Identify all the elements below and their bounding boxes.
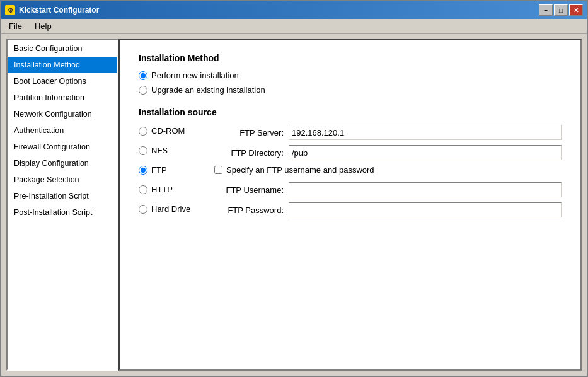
source-right: FTP Server: FTP Directory: Specify an FT… bbox=[214, 125, 562, 223]
specify-credentials-checkbox[interactable] bbox=[214, 166, 222, 174]
nfs-radio[interactable] bbox=[139, 146, 147, 155]
ftp-directory-input[interactable] bbox=[289, 145, 562, 160]
sidebar-item-display-configuration[interactable]: Display Configuration bbox=[8, 155, 117, 171]
app-icon: ⚙ bbox=[5, 5, 15, 15]
nfs-radio-group: NFS bbox=[139, 146, 214, 155]
http-radio-group: HTTP bbox=[139, 185, 214, 194]
ftp-label[interactable]: FTP bbox=[151, 165, 167, 175]
cdrom-radio-group: CD-ROM bbox=[139, 126, 214, 136]
ftp-password-row: FTP Password: bbox=[214, 202, 562, 218]
title-bar: ⚙ Kickstart Configurator – □ ✕ bbox=[1, 1, 587, 19]
menubar: File Help bbox=[1, 19, 587, 34]
ftp-password-label: FTP Password: bbox=[214, 206, 284, 215]
cdrom-radio[interactable] bbox=[139, 127, 147, 136]
sidebar-item-firewall-configuration[interactable]: Firewall Configuration bbox=[8, 139, 117, 155]
installation-source-title: Installation source bbox=[139, 107, 562, 117]
upgrade-installation-radio[interactable] bbox=[139, 86, 147, 95]
ftp-password-input[interactable] bbox=[289, 202, 562, 218]
sidebar: Basic Configuration Installation Method … bbox=[6, 39, 118, 371]
sidebar-item-authentication[interactable]: Authentication bbox=[8, 122, 117, 139]
sidebar-item-post-installation-script[interactable]: Post-Installation Script bbox=[8, 204, 117, 221]
http-radio[interactable] bbox=[139, 185, 147, 194]
close-button[interactable]: ✕ bbox=[569, 4, 583, 16]
ftp-server-label: FTP Server: bbox=[214, 128, 284, 137]
file-menu[interactable]: File bbox=[4, 20, 27, 32]
new-installation-label[interactable]: Perform new installation bbox=[151, 71, 239, 80]
ftp-directory-row: FTP Directory: bbox=[214, 145, 562, 160]
ftp-username-input[interactable] bbox=[289, 182, 562, 197]
main-panel: Installation Method Perform new installa… bbox=[118, 39, 582, 371]
content-area: Basic Configuration Installation Method … bbox=[6, 39, 582, 371]
help-menu[interactable]: Help bbox=[30, 20, 57, 32]
sidebar-item-package-selection[interactable]: Package Selection bbox=[8, 171, 117, 188]
installation-method-title: Installation Method bbox=[139, 53, 562, 63]
sidebar-item-partition-information[interactable]: Partition Information bbox=[8, 90, 117, 106]
sidebar-item-installation-method[interactable]: Installation Method bbox=[8, 57, 117, 73]
ftp-directory-label: FTP Directory: bbox=[214, 148, 284, 158]
ftp-username-label: FTP Username: bbox=[214, 185, 284, 195]
sidebar-item-network-configuration[interactable]: Network Configuration bbox=[8, 106, 117, 122]
new-installation-radio[interactable] bbox=[139, 71, 147, 80]
sidebar-item-pre-installation-script[interactable]: Pre-Installation Script bbox=[8, 188, 117, 204]
ftp-radio-group: FTP bbox=[139, 165, 214, 175]
ftp-server-input[interactable] bbox=[289, 125, 562, 140]
title-bar-left: ⚙ Kickstart Configurator bbox=[5, 5, 99, 15]
specify-credentials-row: Specify an FTP username and password bbox=[214, 165, 562, 175]
main-window: ⚙ Kickstart Configurator – □ ✕ File Help… bbox=[0, 0, 588, 377]
hard-drive-radio-group: Hard Drive bbox=[139, 204, 214, 214]
installation-source-section: Installation source CD-ROM NFS bbox=[139, 107, 562, 223]
hard-drive-radio[interactable] bbox=[139, 205, 147, 214]
sidebar-item-basic-configuration[interactable]: Basic Configuration bbox=[8, 40, 117, 57]
window-title: Kickstart Configurator bbox=[19, 6, 99, 14]
cdrom-label[interactable]: CD-ROM bbox=[151, 126, 185, 136]
http-label[interactable]: HTTP bbox=[151, 185, 173, 194]
title-controls: – □ ✕ bbox=[539, 4, 583, 16]
upgrade-installation-label[interactable]: Upgrade an existing installation bbox=[151, 85, 265, 95]
source-layout: CD-ROM NFS FTP HTTP bbox=[139, 125, 562, 223]
ftp-username-row: FTP Username: bbox=[214, 182, 562, 197]
new-installation-radio-group: Perform new installation bbox=[139, 71, 562, 80]
ftp-server-row: FTP Server: bbox=[214, 125, 562, 140]
maximize-button[interactable]: □ bbox=[554, 4, 568, 16]
hard-drive-label[interactable]: Hard Drive bbox=[151, 204, 190, 214]
sidebar-item-boot-loader-options[interactable]: Boot Loader Options bbox=[8, 73, 117, 90]
source-radios: CD-ROM NFS FTP HTTP bbox=[139, 125, 214, 223]
ftp-radio[interactable] bbox=[139, 166, 147, 175]
minimize-button[interactable]: – bbox=[539, 4, 553, 16]
specify-credentials-label[interactable]: Specify an FTP username and password bbox=[226, 165, 374, 175]
nfs-label[interactable]: NFS bbox=[151, 146, 168, 155]
upgrade-installation-radio-group: Upgrade an existing installation bbox=[139, 85, 562, 95]
